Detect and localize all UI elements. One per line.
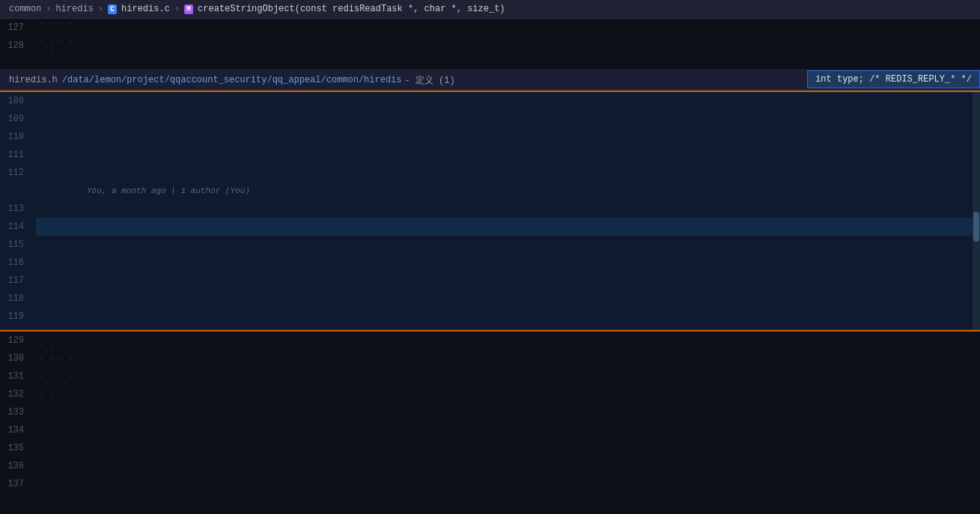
code-line-134: 134 static void *createArrayObject(const…: [0, 421, 980, 439]
peek-content-113: typedef struct redisReply {: [81, 200, 980, 218]
breadcrumb-function: createStringObject(const redisReadTask *…: [198, 4, 505, 14]
code-line-empty-1: [0, 55, 980, 70]
line-content-134: static void *createArrayObject(const red…: [81, 421, 980, 439]
peek-blame-gutter: [36, 182, 81, 200]
peek-scrollbar[interactable]: [973, 92, 980, 330]
line-num-128: 128: [0, 37, 36, 55]
line-num-127: 127: [0, 19, 36, 37]
peek-content-111: [81, 146, 980, 164]
code-line-135: 135 · · · · · · · redisReply *r, *parent…: [0, 439, 980, 457]
peek-blame-line: You, a month ago | 1 author (You): [0, 182, 980, 200]
line-num-133: 133: [0, 403, 36, 421]
peek-gutter-120: [36, 325, 81, 331]
peek-content-112: /* This is the reply object returned by …: [81, 164, 980, 182]
peek-gutter-117: [36, 272, 81, 290]
line-content-130: }: [81, 349, 980, 367]
breadcrumb-hiredis: hiredis: [55, 4, 93, 14]
peek-num-111: 111: [0, 146, 36, 164]
line-content-127: parent = task->parent->obj;: [81, 19, 980, 37]
peek-content-115: · · · · long long integer; /* The intege…: [81, 236, 980, 254]
code-line-132: 132 · · }: [0, 385, 980, 403]
peek-scrollbar-thumb[interactable]: [973, 212, 979, 242]
peek-gutter-114: [36, 218, 81, 236]
bottom-code-section: 129 · · · · · · · · · parent->element[ta…: [0, 331, 980, 493]
peek-num-119: 119: [0, 308, 36, 325]
line-num-empty: [0, 55, 36, 70]
peek-content-120: } redisReply;: [81, 325, 980, 331]
peek-num-108: 108: [0, 92, 36, 110]
peek-num-112: 112: [0, 164, 36, 182]
tooltip-text: int type; /* REDIS_REPLY_* */: [815, 74, 972, 85]
code-line-133: 133: [0, 403, 980, 421]
gutter-131: · · · ·: [36, 367, 81, 385]
code-line-131: 131 · · · · return r;: [0, 367, 980, 385]
peek-line-113: 113 typedef struct redisReply {: [0, 200, 980, 218]
peek-blame-num: [0, 182, 36, 200]
peek-gutter-113: [36, 200, 81, 218]
def-path: /data/lemon/project/qqaccount_security/q…: [62, 75, 402, 85]
peek-gutter-109: [36, 110, 81, 128]
gutter-137: [36, 475, 81, 493]
gutter-128: · · · · · ·: [36, 37, 81, 55]
peek-line-116: 116 · · · · size_t len; /* Length of str…: [0, 254, 980, 272]
gutter-empty: [36, 55, 81, 70]
line-content-129: · · · parent->element[task->idx] = r;: [81, 331, 980, 349]
line-content-135: · · · redisReply *r, *parent;: [81, 439, 980, 457]
line-content-133: [81, 403, 980, 421]
breadcrumb-file: hiredis.c: [121, 4, 170, 14]
peek-num-113: 113: [0, 200, 36, 218]
tooltip-popup: int type; /* REDIS_REPLY_* */: [807, 70, 980, 88]
line-num-136: 136: [0, 457, 36, 475]
peek-gutter-115: [36, 236, 81, 254]
peek-content-117: · · · · char *str; /* Used for both REDI…: [81, 272, 980, 290]
line-num-129: 129: [0, 331, 36, 349]
peek-num-118: 118: [0, 290, 36, 308]
peek-content-119: · · · · struct redisReply **element; /* …: [81, 308, 980, 325]
gutter-132: · ·: [36, 385, 81, 403]
gutter-127: · · · · · ·: [36, 19, 81, 37]
def-filename: hiredis.h: [9, 75, 58, 85]
line-num-137: 137: [0, 475, 36, 493]
peek-content-108: · · · · · · · · · · · · · · #undef __cpl…: [81, 92, 980, 110]
line-num-135: 135: [0, 439, 36, 457]
gutter-136: [36, 457, 81, 475]
c-icon: C: [108, 4, 117, 14]
gutter-134: [36, 421, 81, 439]
code-line-128: 128 · · · · · · assert(parent->type == R…: [0, 37, 980, 55]
line-num-134: 134: [0, 421, 36, 439]
top-code-section: 127 · · · · · · parent = task->parent->o…: [0, 19, 980, 70]
peek-content-116: · · · · size_t len; /* Length of string …: [81, 254, 980, 272]
peek-line-120: 120 } redisReply;: [0, 325, 980, 331]
peek-content-118: · · · · size_t elements; /* number of el…: [81, 290, 980, 308]
peek-line-112: 112 /* This is the reply object returned…: [0, 164, 980, 182]
code-line-130: 130 · · · · }: [0, 349, 980, 367]
code-line-129: 129 · · · · · · · · · parent->element[ta…: [0, 331, 980, 349]
def-label: - 定义 (1): [405, 74, 455, 87]
code-line-136: 136: [0, 457, 980, 475]
line-content-137: · · · r = createReplyObject(REDIS_REPLY_…: [81, 475, 980, 493]
peek-num-109: 109: [0, 110, 36, 128]
peek-num-117: 117: [0, 272, 36, 290]
peek-line-115: 115 · · · · long long integer; /* The in…: [0, 236, 980, 254]
gutter-133: [36, 403, 81, 421]
peek-num-120: 120: [0, 325, 36, 331]
definition-bar: hiredis.h /data/lemon/project/qqaccount_…: [0, 70, 980, 91]
breadcrumb-sep-1: ›: [46, 4, 51, 14]
line-content-empty: [81, 55, 980, 70]
peek-content-114: · · · · int type; /* REDIS_REPLY_* */: [81, 218, 980, 236]
blame-text: You, a month ago | 1 author (You): [81, 182, 250, 200]
peek-gutter-112: [36, 164, 81, 182]
line-num-131: 131: [0, 367, 36, 385]
peek-num-114: 114: [0, 218, 36, 236]
peek-num-115: 115: [0, 236, 36, 254]
peek-content-110: #endif: [81, 128, 980, 146]
breadcrumb-common: common: [9, 4, 41, 14]
peek-line-110: 110 #endif: [0, 128, 980, 146]
line-content-128: assert(parent->type == REDIS_REPLY_ARRAY…: [81, 37, 980, 55]
peek-gutter-111: [36, 146, 81, 164]
line-content-131: return r;: [81, 367, 980, 385]
gutter-129: · · · · · ·: [36, 331, 81, 349]
breadcrumb: common › hiredis › C hiredis.c › M creat…: [0, 0, 980, 19]
peek-line-111: 111: [0, 146, 980, 164]
editor: common › hiredis › C hiredis.c › M creat…: [0, 0, 980, 493]
